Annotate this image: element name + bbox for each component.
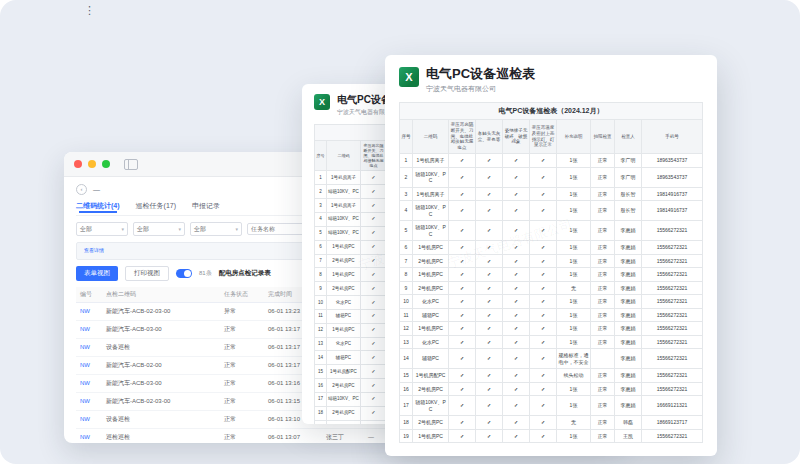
- check-icon: ✓: [530, 416, 557, 430]
- row-inspector: 李惠娟: [615, 322, 642, 336]
- row-qr: 2号机房PC: [413, 281, 449, 295]
- row-phone: 15566272321: [642, 429, 703, 443]
- check-icon: ✓: [503, 187, 530, 201]
- filter-select-2[interactable]: 全部 ▾: [133, 222, 185, 236]
- notice-detail-link[interactable]: 查看详情: [84, 247, 104, 253]
- excel-icon: X: [399, 67, 419, 87]
- row-qr: 辅箱PC: [413, 308, 449, 322]
- row-code-link[interactable]: NW: [76, 338, 102, 356]
- back-icon[interactable]: ‹: [76, 184, 87, 195]
- check-icon: ✓: [476, 201, 503, 221]
- check-icon: ✓: [361, 171, 387, 185]
- col-header-qr: 点检二维码: [102, 287, 220, 303]
- row-code-link[interactable]: NW: [76, 302, 102, 320]
- check-icon: ✓: [530, 335, 557, 349]
- maximize-button[interactable]: [102, 160, 110, 168]
- row-qr: 辐箱10KV、PC: [413, 201, 449, 221]
- check-icon: ✓: [503, 322, 530, 336]
- more-options-icon[interactable]: ⋮: [84, 4, 95, 17]
- check-icon: ✓: [530, 221, 557, 241]
- check-icon: ✓: [361, 199, 387, 213]
- report-title: 电气PC设备巡检表: [426, 67, 535, 82]
- check-icon: ✓: [503, 416, 530, 430]
- row-seq: 3: [400, 187, 413, 201]
- table-row: 19 1号机房PC ✓ ✓ ✓ ✓ 1张 正常 王凯 15566272321: [400, 429, 703, 443]
- table-row: 1 1号机房离子 ✓ ✓ ✓ ✓ 1张 正常 李广明 18963543737: [400, 154, 703, 168]
- row-inspector: 李惠娟: [615, 281, 642, 295]
- view-toggle-switch[interactable]: [176, 269, 192, 278]
- check-icon: ✓: [449, 167, 476, 187]
- row-qr-name: 新能汽车-ACB-02-03-00: [102, 302, 220, 320]
- row-inspector: 韩磊: [615, 416, 642, 430]
- row-result: 正常: [591, 221, 615, 241]
- row-result: [591, 349, 615, 369]
- check-icon: ✓: [503, 335, 530, 349]
- row-time: 06-01 13:07: [264, 428, 322, 443]
- check-icon: ✓: [530, 322, 557, 336]
- row-inspector: 李惠娟: [615, 396, 642, 416]
- row-code-link[interactable]: NW: [76, 410, 102, 428]
- tab-qr-stats[interactable]: 二维码统计(4): [76, 201, 120, 211]
- row-qr-name: 新能汽车-ACB-03-00: [102, 374, 220, 392]
- row-inspector: 李惠娟: [615, 349, 642, 369]
- filter-select-1[interactable]: 全部 ▾: [76, 222, 128, 236]
- row-seq: 14: [400, 349, 413, 369]
- chevron-down-icon: ▾: [121, 226, 124, 232]
- row-result: 正常: [591, 268, 615, 282]
- row-inspector: 李惠娟: [615, 382, 642, 396]
- row-qr-name: 巡检巡检: [102, 428, 220, 443]
- check-icon: ✓: [449, 221, 476, 241]
- filter-select-3[interactable]: 全部 ▾: [190, 222, 242, 236]
- check-icon: ✓: [530, 396, 557, 416]
- row-note: 1张: [557, 335, 591, 349]
- row-result: 正常: [591, 295, 615, 309]
- check-icon: ✓: [476, 335, 503, 349]
- check-icon: ✓: [476, 187, 503, 201]
- row-seq: 7: [400, 254, 413, 268]
- form-view-button[interactable]: 表单视图: [76, 266, 118, 281]
- row-seq: 12: [400, 322, 413, 336]
- check-icon: ✓: [449, 187, 476, 201]
- check-icon: ✓: [476, 154, 503, 168]
- row-result: 正常: [591, 241, 615, 255]
- close-button[interactable]: [74, 160, 82, 168]
- sidebar-toggle-icon[interactable]: [124, 159, 138, 170]
- row-phone: 18963543737: [642, 167, 703, 187]
- check-icon: ✓: [449, 369, 476, 383]
- row-note: 无: [557, 281, 591, 295]
- row-code-link[interactable]: NW: [76, 320, 102, 338]
- col-header-note: 补充说明: [557, 119, 591, 153]
- row-inspector: 李惠娟: [615, 254, 642, 268]
- check-icon: ✓: [449, 396, 476, 416]
- check-icon: ✓: [449, 335, 476, 349]
- row-note: 1张: [557, 322, 591, 336]
- row-inspector: 李广明: [615, 154, 642, 168]
- row-code-link[interactable]: NW: [76, 392, 102, 410]
- row-phone: 19814916737: [642, 187, 703, 201]
- row-code-link[interactable]: NW: [76, 428, 102, 443]
- row-seq: 9: [400, 281, 413, 295]
- col-header-code: 编号: [76, 287, 102, 303]
- check-icon: ✓: [476, 322, 503, 336]
- table-row: 9 2号机房PC ✓ ✓ ✓ ✓ 无 正常 李惠娟 15566272321: [400, 281, 703, 295]
- row-code-link[interactable]: NW: [76, 374, 102, 392]
- check-icon: ✓: [503, 154, 530, 168]
- check-icon: ✓: [476, 167, 503, 187]
- row-seq: 16: [400, 382, 413, 396]
- task-name-input[interactable]: [247, 223, 305, 235]
- table-row: 11 辅箱PC ✓ ✓ ✓ ✓ 1张 正常 李惠娟 15566272321: [400, 308, 703, 322]
- tab-report-records[interactable]: 申报记录: [192, 201, 220, 211]
- check-icon: ✓: [361, 365, 387, 379]
- minimize-button[interactable]: [88, 160, 96, 168]
- row-note: 1张: [557, 241, 591, 255]
- check-icon: ✓: [530, 167, 557, 187]
- row-qr: 辐箱10KV、PC: [413, 167, 449, 187]
- row-inspector: 李惠娟: [615, 241, 642, 255]
- row-code-link[interactable]: NW: [76, 356, 102, 374]
- row-status: 正常: [220, 356, 264, 374]
- inspection-table: 电气PC设备巡检表（2024.12月） 序号 二维码 变压器光隔断开关、刀闸、电…: [399, 102, 703, 443]
- print-view-button[interactable]: 打印视图: [125, 266, 169, 281]
- tab-inspection-tasks[interactable]: 巡检任务(17): [136, 201, 176, 211]
- row-result: 正常: [591, 187, 615, 201]
- row-phone: 15566272321: [642, 322, 703, 336]
